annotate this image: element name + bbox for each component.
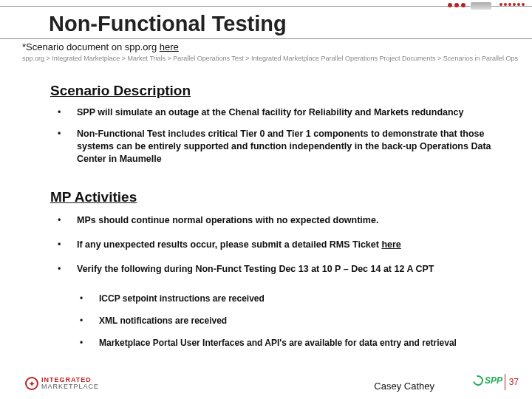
activities-heading: MP Activities [50,189,137,205]
activities-sublist: • ICCP setpoint instructions are receive… [80,293,517,360]
list-item: • ICCP setpoint instructions are receive… [80,293,517,304]
list-item: • MPs should continue normal operations … [58,214,517,227]
activities-list: • MPs should continue normal operations … [58,214,517,287]
list-text: Marketplace Portal User Interfaces and A… [99,337,457,349]
rms-ticket-link[interactable]: here [381,239,400,250]
scenario-list: • SPP will simulate an outage at the Che… [58,106,510,174]
spp-logo: SPP [473,375,502,386]
scenario-heading: Scenario Description [50,83,191,99]
page-number: 37 [509,377,519,387]
im-icon: ✦ [25,377,38,390]
list-text: MPs should continue normal operations wi… [77,214,378,227]
decor-dots-left [448,3,466,7]
list-text: Verify the following during Non-Funct Te… [77,263,434,276]
integrated-marketplace-logo: ✦ INTEGRATED MARKETPLACE [25,377,99,390]
list-text: Non-Functional Test includes critical Ti… [77,128,510,166]
header-decoration [0,0,532,12]
list-text: XML notifications are received [99,315,227,327]
presenter-name: Casey Cathey [374,381,434,392]
page-title: Non-Functional Testing [49,12,287,36]
footer: ✦ INTEGRATED MARKETPLACE Casey Cathey SP… [25,368,523,393]
subtitle: *Scenario document on spp.org here [22,41,179,52]
list-text: SPP will simulate an outage at the Chena… [77,106,464,119]
list-item: • Verify the following during Non-Funct … [58,263,517,276]
spp-swirl-icon [471,373,485,387]
breadcrumb: spp.org > Integrated Marketplace > Marke… [22,55,525,63]
list-text: ICCP setpoint instructions are received [99,293,265,304]
list-item: • Marketplace Portal User Interfaces and… [80,337,517,349]
title-rule [0,38,532,39]
decor-block [471,2,491,10]
list-text: If any unexpected results occur, please … [77,239,401,251]
list-item: • Non-Functional Test includes critical … [58,128,510,166]
decor-dots-right [499,3,525,6]
subtitle-link[interactable]: here [160,41,179,52]
subtitle-text: *Scenario document on spp.org [22,41,160,52]
list-item: • SPP will simulate an outage at the Che… [58,106,510,119]
list-item: • XML notifications are received [80,315,517,327]
list-item: • If any unexpected results occur, pleas… [58,239,517,251]
